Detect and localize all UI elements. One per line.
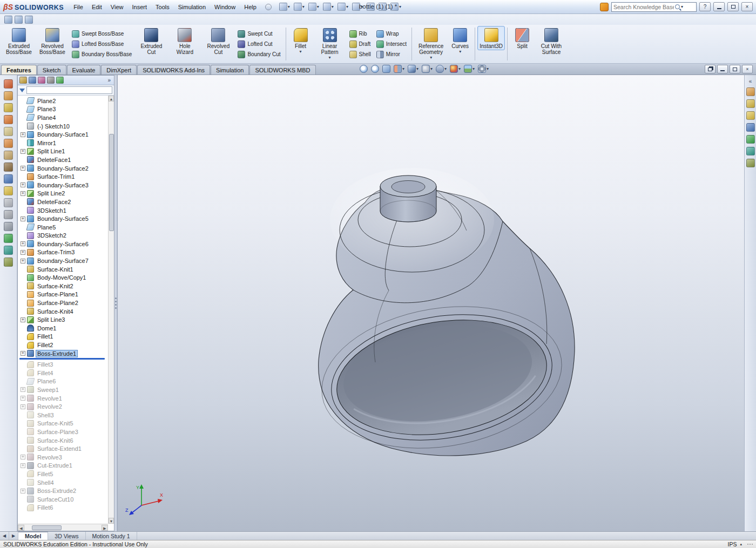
new-document-button[interactable]: ▾ [278, 2, 291, 11]
extruded-cut-button[interactable]: Extruded Cut [134, 26, 168, 56]
scroll-left-icon[interactable]: ◀ [18, 525, 24, 531]
tree-item-plane3[interactable]: Plane3 [18, 105, 108, 114]
left-tool-11-icon[interactable] [4, 198, 13, 207]
expand-toggle-icon[interactable]: + [21, 351, 25, 356]
cascade-document-button[interactable] [705, 65, 716, 73]
new-document-caret-icon[interactable]: ▾ [288, 5, 290, 9]
swept-boss-base-button[interactable]: Swept Boss/Base [69, 29, 134, 39]
scroll-right-icon[interactable]: ▶ [102, 525, 108, 531]
save-button[interactable]: ▾ [307, 2, 320, 11]
tree-hscroll-thumb[interactable] [32, 525, 62, 530]
taskpane-expand-icon[interactable]: « [749, 78, 752, 84]
menu-insert[interactable]: Insert [128, 2, 152, 12]
tree-item-fillet2[interactable]: Fillet2 [18, 341, 108, 349]
instant3d-button[interactable]: Instant3D [477, 26, 505, 50]
tree-item-fillet5[interactable]: Fillet5 [18, 470, 108, 478]
curves-caret-icon[interactable]: ▾ [459, 50, 461, 53]
tree-item-surface-knit5[interactable]: Surface-Knit5 [18, 420, 108, 428]
tree-item-boundary-surface5[interactable]: +Boundary-Surface5 [18, 214, 108, 223]
expand-toggle-icon[interactable]: + [21, 489, 25, 493]
view-palette-icon[interactable] [746, 123, 755, 132]
linear-pattern-caret-icon[interactable]: ▾ [329, 56, 331, 59]
expand-toggle-icon[interactable]: + [21, 241, 25, 246]
tree-item-fillet1[interactable]: Fillet1 [18, 333, 108, 341]
lofted-cut-button[interactable]: Lofted Cut [235, 39, 283, 49]
menu-simulation[interactable]: Simulation [174, 2, 210, 12]
bottom-tab-motion-study-1[interactable]: Motion Study 1 [86, 532, 137, 540]
tree-item-split-line2[interactable]: +Split Line2 [18, 190, 108, 198]
custom-properties-icon[interactable] [746, 159, 755, 167]
section-view-button[interactable]: ▾ [393, 64, 406, 73]
zoom-to-fit-button[interactable] [359, 64, 369, 73]
tab-scroll-left-button[interactable]: ◀ [0, 532, 9, 540]
file-explorer-icon[interactable] [746, 111, 755, 120]
undo-caret-icon[interactable]: ▾ [346, 5, 348, 9]
tree-item-surface-plane2[interactable]: Surface-Plane2 [18, 299, 108, 307]
hide-show-items-caret-icon[interactable]: ▾ [444, 67, 447, 71]
help-button[interactable]: ? [699, 2, 711, 11]
left-tool-14-icon[interactable] [4, 234, 13, 243]
lofted-boss-base-button[interactable]: Lofted Boss/Base [69, 39, 134, 49]
expand-toggle-icon[interactable]: + [21, 396, 25, 401]
left-tool-5-icon[interactable] [4, 127, 13, 136]
zoom-to-area-button[interactable] [370, 64, 380, 73]
tree-item-deleteface1[interactable]: DeleteFace1 [18, 155, 108, 164]
rollback-bar[interactable] [19, 358, 105, 360]
tree-item-sweep1[interactable]: +Sweep1 [18, 385, 108, 394]
left-tool-16-icon[interactable] [4, 258, 13, 267]
expand-toggle-icon[interactable]: + [21, 217, 25, 221]
tree-item-split-line3[interactable]: +Split Line3 [18, 315, 108, 324]
tree-item-sketch10[interactable]: (-) Sketch10 [18, 122, 108, 131]
property-manager-tab[interactable] [29, 77, 36, 84]
view-settings-caret-icon[interactable]: ▾ [487, 67, 489, 71]
left-tool-13-icon[interactable] [4, 222, 13, 231]
print-button[interactable]: ▾ [322, 2, 335, 11]
menu-window[interactable]: Window [210, 2, 240, 12]
boundary-cut-button[interactable]: Boundary Cut [235, 49, 283, 59]
restore-document-button[interactable] [730, 65, 740, 73]
left-tool-3-icon[interactable] [4, 103, 13, 112]
tree-item-3dsketch1[interactable]: 3DSketch1 [18, 206, 108, 215]
menu-file[interactable]: File [69, 2, 87, 12]
tree-item-boss-extrude2[interactable]: +Boss-Extrude2 [18, 486, 108, 495]
tree-item-fillet6[interactable]: Fillet6 [18, 504, 108, 512]
apply-scene-button[interactable]: ▾ [463, 64, 476, 73]
hole-wizard-button[interactable]: Hole Wizard [168, 26, 201, 56]
save-caret-icon[interactable]: ▾ [317, 5, 319, 9]
tree-item-deleteface2[interactable]: DeleteFace2 [18, 198, 108, 206]
intersect-button[interactable]: Intersect [374, 39, 409, 49]
tab-simulation[interactable]: Simulation [211, 65, 249, 75]
tree-item-revolve1[interactable]: +Revolve1 [18, 394, 108, 403]
units-indicator[interactable]: IPS [728, 541, 737, 547]
tree-item-boss-extrude1[interactable]: +Boss-Extrude1 [18, 349, 108, 358]
tree-item-fillet3[interactable]: Fillet3 [18, 360, 108, 369]
expand-toggle-icon[interactable]: + [21, 250, 25, 255]
hide-show-items-button[interactable]: ▾ [435, 64, 448, 73]
menu-view[interactable]: View [106, 2, 128, 12]
screen-capture-icon[interactable] [4, 16, 12, 24]
tree-item-boundary-surface3[interactable]: +Boundary-Surface3 [18, 181, 108, 190]
rib-button[interactable]: Rib [347, 29, 374, 39]
tree-item-shell3[interactable]: Shell3 [18, 411, 108, 420]
tab-dimxpert[interactable]: DimXpert [101, 65, 137, 75]
tree-item-boundary-surface1[interactable]: +Boundary-Surface1 [18, 130, 108, 139]
collapse-ribbon-icon[interactable] [25, 16, 33, 24]
expand-toggle-icon[interactable]: + [21, 149, 25, 154]
reference-geometry-caret-icon[interactable]: ▾ [430, 56, 432, 59]
scenes-icon[interactable] [746, 147, 755, 155]
expand-toggle-icon[interactable]: + [21, 259, 25, 263]
left-tool-4-icon[interactable] [4, 115, 13, 124]
search-caret-icon[interactable]: ▾ [681, 5, 683, 9]
left-tool-15-icon[interactable] [4, 246, 13, 255]
extruded-boss-base-button[interactable]: Extruded Boss/Base [2, 26, 36, 56]
expand-toggle-icon[interactable]: + [21, 191, 25, 196]
minimize-button[interactable] [713, 2, 725, 11]
mirror-button[interactable]: Mirror [374, 49, 409, 59]
left-tool-2-icon[interactable] [4, 91, 13, 100]
search-input[interactable] [613, 4, 674, 10]
expand-toggle-icon[interactable]: + [21, 317, 25, 322]
tab-scroll-right-button[interactable]: ▶ [9, 532, 18, 540]
left-tool-10-icon[interactable] [4, 186, 13, 195]
fillet-button[interactable]: Fillet▾ [288, 26, 313, 55]
tab-evaluate[interactable]: Evaluate [67, 65, 101, 75]
